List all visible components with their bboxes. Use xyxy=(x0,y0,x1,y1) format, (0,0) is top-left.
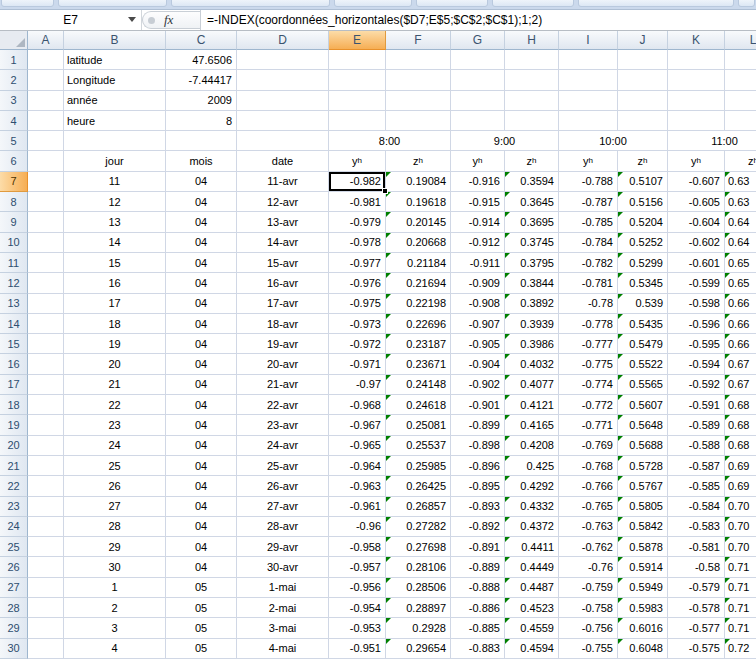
cell-C18[interactable]: 04 xyxy=(166,395,237,415)
cell-J3[interactable] xyxy=(618,91,668,111)
cell-H16[interactable]: 0.4032 xyxy=(505,354,559,374)
row-header-19[interactable]: 19 xyxy=(0,415,28,435)
cell-L19[interactable]: 0.68 xyxy=(725,415,756,435)
cell-B15[interactable]: 19 xyxy=(64,334,166,354)
cell-I14[interactable]: -0.778 xyxy=(559,314,618,334)
row-header-27[interactable]: 27 xyxy=(0,578,28,598)
cell-F30[interactable]: 0.29654 xyxy=(386,639,451,659)
cell-G23[interactable]: -0.893 xyxy=(451,497,505,517)
cell-K12[interactable]: -0.599 xyxy=(668,273,725,293)
cell-I22[interactable]: -0.766 xyxy=(559,476,618,496)
cell-I17[interactable]: -0.774 xyxy=(559,375,618,395)
cell-A7[interactable] xyxy=(28,172,64,192)
cell-B16[interactable]: 20 xyxy=(64,354,166,374)
cell-H19[interactable]: 0.4165 xyxy=(505,415,559,435)
cell-D19[interactable]: 23-avr xyxy=(237,415,329,435)
cell-H17[interactable]: 0.4077 xyxy=(505,375,559,395)
cell-C3[interactable]: 2009 xyxy=(166,91,237,111)
cell-A9[interactable] xyxy=(28,212,64,232)
row-header-25[interactable]: 25 xyxy=(0,537,28,557)
cell-L7[interactable]: 0.63 xyxy=(725,172,756,192)
cell-I20[interactable]: -0.769 xyxy=(559,436,618,456)
cell-F8[interactable]: 0.19618 xyxy=(386,192,451,212)
cell-I19[interactable]: -0.771 xyxy=(559,415,618,435)
cell-A19[interactable] xyxy=(28,415,64,435)
cell-B14[interactable]: 18 xyxy=(64,314,166,334)
cell-H24[interactable]: 0.4372 xyxy=(505,517,559,537)
hour-header-9:00[interactable]: 9:00 xyxy=(451,131,559,151)
cell-A17[interactable] xyxy=(28,375,64,395)
row-header-30[interactable]: 30 xyxy=(0,639,28,659)
cell-G24[interactable]: -0.892 xyxy=(451,517,505,537)
cell-E8[interactable]: -0.981 xyxy=(329,192,386,212)
cell-A12[interactable] xyxy=(28,273,64,293)
cell-J25[interactable]: 0.5878 xyxy=(618,537,668,557)
cell-L20[interactable]: 0.68 xyxy=(725,436,756,456)
cell-C6[interactable]: mois xyxy=(166,151,237,171)
cell-D16[interactable]: 20-avr xyxy=(237,354,329,374)
cell-A5[interactable] xyxy=(28,131,64,151)
cell-F13[interactable]: 0.22198 xyxy=(386,294,451,314)
row-header-20[interactable]: 20 xyxy=(0,436,28,456)
cell-L14[interactable]: 0.66 xyxy=(725,314,756,334)
row-header-18[interactable]: 18 xyxy=(0,395,28,415)
cell-K25[interactable]: -0.581 xyxy=(668,537,725,557)
cell-C9[interactable]: 04 xyxy=(166,212,237,232)
cell-C14[interactable]: 04 xyxy=(166,314,237,334)
cell-F3[interactable] xyxy=(386,91,451,111)
cell-L27[interactable]: 0.71 xyxy=(725,578,756,598)
cell-L10[interactable]: 0.64 xyxy=(725,233,756,253)
cell-I10[interactable]: -0.784 xyxy=(559,233,618,253)
cell-A28[interactable] xyxy=(28,598,64,618)
pair-header-L6[interactable]: zh xyxy=(725,151,756,171)
cell-C17[interactable]: 04 xyxy=(166,375,237,395)
pair-header-H6[interactable]: zh xyxy=(505,151,559,171)
cell-B7[interactable]: 11 xyxy=(64,172,166,192)
cell-K2[interactable] xyxy=(668,70,725,90)
pair-header-F6[interactable]: zh xyxy=(386,151,451,171)
cell-C22[interactable]: 04 xyxy=(166,476,237,496)
cell-J2[interactable] xyxy=(618,70,668,90)
cell-E1[interactable] xyxy=(329,50,386,70)
row-header-2[interactable]: 2 xyxy=(0,70,28,90)
cell-F26[interactable]: 0.28106 xyxy=(386,557,451,577)
cell-J9[interactable]: 0.5204 xyxy=(618,212,668,232)
cell-I30[interactable]: -0.755 xyxy=(559,639,618,659)
cell-B13[interactable]: 17 xyxy=(64,294,166,314)
cell-B29[interactable]: 3 xyxy=(64,618,166,638)
cell-I8[interactable]: -0.787 xyxy=(559,192,618,212)
cell-F23[interactable]: 0.26857 xyxy=(386,497,451,517)
cell-L1[interactable] xyxy=(725,50,756,70)
cell-H9[interactable]: 0.3695 xyxy=(505,212,559,232)
cell-J20[interactable]: 0.5688 xyxy=(618,436,668,456)
cell-D12[interactable]: 16-avr xyxy=(237,273,329,293)
cell-I9[interactable]: -0.785 xyxy=(559,212,618,232)
cell-H10[interactable]: 0.3745 xyxy=(505,233,559,253)
cell-B8[interactable]: 12 xyxy=(64,192,166,212)
cell-E17[interactable]: -0.97 xyxy=(329,375,386,395)
cell-D4[interactable] xyxy=(237,111,329,131)
cell-H27[interactable]: 0.4487 xyxy=(505,578,559,598)
cell-D1[interactable] xyxy=(237,50,329,70)
cell-A30[interactable] xyxy=(28,639,64,659)
cell-G17[interactable]: -0.902 xyxy=(451,375,505,395)
cell-C25[interactable]: 04 xyxy=(166,537,237,557)
cell-D22[interactable]: 26-avr xyxy=(237,476,329,496)
cell-J22[interactable]: 0.5767 xyxy=(618,476,668,496)
cell-E29[interactable]: -0.953 xyxy=(329,618,386,638)
cell-F19[interactable]: 0.25081 xyxy=(386,415,451,435)
cell-D2[interactable] xyxy=(237,70,329,90)
cell-D21[interactable]: 25-avr xyxy=(237,456,329,476)
cell-L29[interactable]: 0.71 xyxy=(725,618,756,638)
cell-B24[interactable]: 28 xyxy=(64,517,166,537)
cell-C10[interactable]: 04 xyxy=(166,233,237,253)
cell-J17[interactable]: 0.5565 xyxy=(618,375,668,395)
column-header-G[interactable]: G xyxy=(451,31,505,50)
pair-header-J6[interactable]: zh xyxy=(618,151,668,171)
cell-C2[interactable]: -7.44417 xyxy=(166,70,237,90)
cell-K4[interactable] xyxy=(668,111,725,131)
cell-G9[interactable]: -0.914 xyxy=(451,212,505,232)
cell-A23[interactable] xyxy=(28,497,64,517)
cell-A21[interactable] xyxy=(28,456,64,476)
cell-J10[interactable]: 0.5252 xyxy=(618,233,668,253)
